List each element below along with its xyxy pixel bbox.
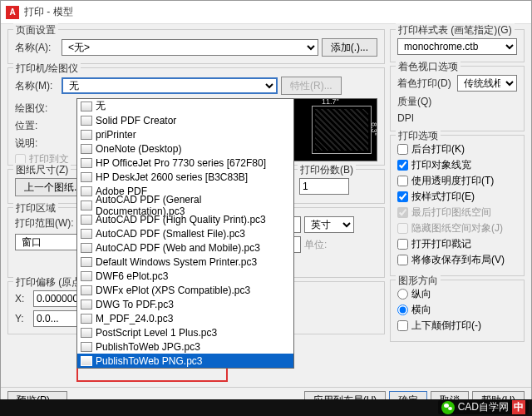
legend-printer: 打印机/绘图仪	[13, 62, 81, 76]
radio-portrait[interactable]	[397, 289, 408, 300]
select-style[interactable]: monochrome.ctb	[397, 38, 517, 55]
printer-icon	[81, 130, 92, 140]
dropdown-item[interactable]: AutoCAD PDF (High Quality Print).pc3	[77, 212, 293, 226]
printer-icon	[81, 102, 92, 111]
group-page-setup: 页面设置 名称(A): <无> 添加(.)...	[7, 29, 385, 64]
radio-landscape[interactable]	[397, 305, 408, 315]
printer-icon	[81, 215, 92, 225]
input-copies[interactable]	[299, 178, 349, 195]
dropdown-item[interactable]: 无	[77, 99, 293, 113]
label-name-a: 名称(A):	[15, 41, 58, 55]
printer-icon	[81, 314, 92, 324]
paper-preview: 11.7" 8.3"	[286, 98, 377, 161]
group-style-table: 打印样式表 (画笔指定)(G) monochrome.ctb	[390, 29, 525, 62]
dropdown-item[interactable]: PostScript Level 1 Plus.pc3	[77, 325, 293, 339]
dropdown-item[interactable]: PublishToWeb JPG.pc3	[77, 339, 293, 354]
cb-upside-down[interactable]	[397, 320, 408, 331]
dropdown-item[interactable]: Solid PDF Creator	[77, 113, 293, 127]
group-options: 打印选项 后台打印(K) 打印对象线宽 使用透明度打印(T) 按样式打印(E) …	[390, 135, 525, 276]
cb-paperspace-last	[397, 207, 408, 218]
window-title: 打印 - 模型	[24, 5, 73, 19]
printer-icon	[81, 186, 92, 196]
properties-button[interactable]: 特性(R)...	[281, 77, 342, 95]
dropdown-item[interactable]: HP DeskJet 2600 series [B3C83B]	[77, 170, 293, 184]
group-copies: 打印份数(B)	[292, 169, 385, 204]
printer-icon	[81, 172, 92, 182]
dropdown-item[interactable]: HP OfficeJet Pro 7730 series [672F80]	[77, 156, 293, 170]
select-shade[interactable]: 传统线框	[457, 75, 517, 92]
printer-icon	[81, 144, 92, 154]
add-button[interactable]: 添加(.)...	[322, 38, 377, 57]
dropdown-item[interactable]: AutoCAD PDF (Smallest File).pc3	[77, 226, 293, 240]
cb-hide-paperspace	[397, 223, 408, 234]
cb-transparency[interactable]	[397, 176, 408, 186]
printer-icon	[81, 328, 92, 338]
legend-viewport: 着色视口选项	[396, 60, 461, 74]
label-printer-name: 名称(M):	[15, 79, 58, 93]
select-page-setup[interactable]: <无>	[62, 39, 318, 56]
label-plotter: 绘图仪:	[15, 102, 58, 116]
legend-paper: 图纸尺寸(Z)	[13, 163, 71, 177]
dropdown-item[interactable]: priPrinter	[77, 127, 293, 141]
dropdown-item[interactable]: DWFx ePlot (XPS Compatible).pc3	[77, 283, 293, 297]
source-badge: CAD自学网 中	[438, 400, 529, 414]
dropdown-item[interactable]: PublishToWeb PNG.pc3	[77, 354, 293, 368]
cb-save-layout[interactable]	[397, 255, 408, 265]
dropdown-item[interactable]: AutoCAD PDF (General Documentation).pc3	[77, 198, 293, 212]
dropdown-item[interactable]: Default Windows System Printer.pc3	[77, 255, 293, 269]
cb-stamp[interactable]	[397, 239, 408, 250]
legend-copies: 打印份数(B)	[298, 163, 356, 177]
printer-icon	[81, 300, 92, 310]
legend-page-setup: 页面设置	[13, 23, 58, 37]
legend-area: 打印区域	[13, 201, 58, 215]
printer-dropdown[interactable]: 无Solid PDF CreatorpriPrinterOneNote (Des…	[76, 98, 294, 369]
group-viewport: 着色视口选项 着色打印(D)传统线框 质量(Q) DPI	[390, 66, 525, 131]
printer-icon	[81, 229, 92, 239]
printer-icon	[81, 285, 92, 295]
label-range: 打印范围(W):	[15, 216, 75, 230]
app-icon: A	[6, 6, 19, 19]
dropdown-item[interactable]: DWF6 ePlot.pc3	[77, 269, 293, 283]
printer-icon	[81, 201, 92, 210]
select-printer[interactable]: 无	[62, 77, 278, 94]
printer-icon	[81, 356, 92, 366]
dropdown-item[interactable]: M_PDF_24.0.pc3	[77, 311, 293, 325]
printer-icon	[81, 257, 92, 267]
dropdown-item[interactable]: OneNote (Desktop)	[77, 141, 293, 156]
label-desc: 说明:	[15, 136, 58, 151]
label-location: 位置:	[15, 119, 58, 133]
printer-icon	[81, 271, 92, 281]
printer-icon	[81, 158, 92, 168]
select-unit[interactable]: 英寸	[304, 216, 354, 233]
legend-options: 打印选项	[396, 129, 441, 143]
group-orientation: 图形方向 纵向 横向 上下颠倒打印(-)	[390, 280, 525, 342]
legend-orient: 图形方向	[396, 274, 441, 288]
cb-background[interactable]	[397, 144, 408, 155]
printer-icon	[81, 116, 92, 126]
dropdown-item[interactable]: AutoCAD PDF (Web and Mobile).pc3	[77, 240, 293, 255]
cb-lineweight[interactable]	[397, 160, 408, 171]
cb-by-style[interactable]	[397, 191, 408, 202]
dropdown-item[interactable]: DWG To PDF.pc3	[77, 297, 293, 311]
wechat-icon	[441, 401, 455, 414]
printer-icon	[81, 243, 92, 253]
titlebar: A 打印 - 模型	[1, 1, 531, 24]
legend-style: 打印样式表 (画笔指定)(G)	[396, 23, 515, 37]
printer-icon	[81, 342, 92, 352]
